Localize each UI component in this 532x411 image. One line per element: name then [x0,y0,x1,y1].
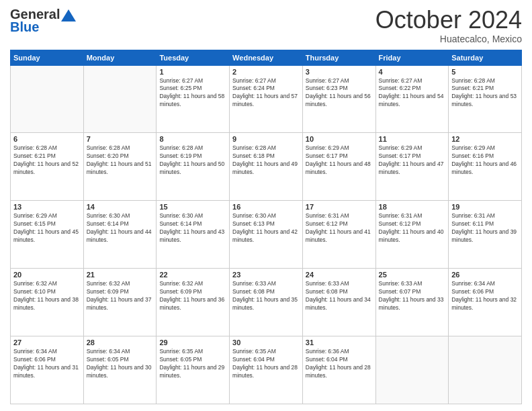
day-info: Sunrise: 6:27 AMSunset: 6:23 PMDaylight:… [306,77,373,109]
day-number: 29 [159,338,226,347]
day-number: 31 [306,338,373,347]
day-number: 16 [232,203,300,211]
day-info: Sunrise: 6:29 AMSunset: 6:17 PMDaylight:… [306,144,373,177]
day-info: Sunrise: 6:31 AMSunset: 6:12 PMDaylight:… [306,212,373,244]
day-number: 8 [159,135,226,143]
calendar-cell: 31Sunrise: 6:36 AMSunset: 6:04 PMDayligh… [302,336,375,404]
day-info: Sunrise: 6:28 AMSunset: 6:20 PMDaylight:… [87,144,154,177]
day-info: Sunrise: 6:31 AMSunset: 6:11 PMDaylight:… [451,212,519,244]
day-number: 13 [13,203,81,211]
day-info: Sunrise: 6:30 AMSunset: 6:14 PMDaylight:… [87,212,154,244]
day-number: 18 [379,203,446,211]
calendar-week-row: 27Sunrise: 6:34 AMSunset: 6:06 PMDayligh… [11,336,522,404]
day-info: Sunrise: 6:32 AMSunset: 6:09 PMDaylight:… [87,280,154,312]
day-number: 26 [451,271,519,279]
day-number: 25 [379,271,446,279]
day-info: Sunrise: 6:33 AMSunset: 6:08 PMDaylight:… [306,280,373,312]
calendar-cell: 23Sunrise: 6:33 AMSunset: 6:08 PMDayligh… [230,269,303,336]
day-info: Sunrise: 6:34 AMSunset: 6:05 PMDaylight:… [87,348,154,380]
day-number: 1 [159,68,226,76]
day-info: Sunrise: 6:29 AMSunset: 6:16 PMDaylight:… [451,144,519,177]
calendar-cell: 26Sunrise: 6:34 AMSunset: 6:06 PMDayligh… [449,269,522,336]
day-number: 21 [87,271,154,279]
day-header-sunday: Sunday [11,50,84,65]
day-header-friday: Friday [375,50,449,65]
day-info: Sunrise: 6:32 AMSunset: 6:10 PMDaylight:… [13,280,81,312]
calendar-cell: 22Sunrise: 6:32 AMSunset: 6:09 PMDayligh… [157,269,230,336]
calendar-cell: 10Sunrise: 6:29 AMSunset: 6:17 PMDayligh… [302,133,375,201]
calendar-cell: 20Sunrise: 6:32 AMSunset: 6:10 PMDayligh… [11,269,84,336]
svg-marker-0 [61,9,76,21]
calendar-cell: 24Sunrise: 6:33 AMSunset: 6:08 PMDayligh… [302,269,375,336]
day-number: 22 [159,271,226,279]
calendar-cell [449,336,522,404]
day-info: Sunrise: 6:31 AMSunset: 6:12 PMDaylight:… [379,212,446,244]
calendar-week-row: 13Sunrise: 6:29 AMSunset: 6:15 PMDayligh… [11,201,522,269]
calendar-table: SundayMondayTuesdayWednesdayThursdayFrid… [10,50,522,404]
calendar-header-row: SundayMondayTuesdayWednesdayThursdayFrid… [11,50,522,65]
calendar-cell: 12Sunrise: 6:29 AMSunset: 6:16 PMDayligh… [449,133,522,201]
day-number: 24 [306,271,373,279]
title-area: October 2024 Huatecalco, Mexico [375,7,522,44]
day-info: Sunrise: 6:34 AMSunset: 6:06 PMDaylight:… [451,280,519,312]
day-number: 7 [87,135,154,143]
calendar-cell: 21Sunrise: 6:32 AMSunset: 6:09 PMDayligh… [83,269,157,336]
calendar-cell: 27Sunrise: 6:34 AMSunset: 6:06 PMDayligh… [11,336,84,404]
day-info: Sunrise: 6:29 AMSunset: 6:17 PMDaylight:… [379,144,446,177]
day-info: Sunrise: 6:35 AMSunset: 6:05 PMDaylight:… [159,348,226,380]
day-number: 27 [13,338,81,347]
day-info: Sunrise: 6:30 AMSunset: 6:13 PMDaylight:… [232,212,300,244]
day-info: Sunrise: 6:33 AMSunset: 6:08 PMDaylight:… [232,280,300,312]
calendar-week-row: 1Sunrise: 6:27 AMSunset: 6:25 PMDaylight… [11,65,522,133]
logo-triangle-icon [61,9,76,21]
day-number: 11 [379,135,446,143]
day-number: 4 [379,68,446,76]
calendar-cell: 6Sunrise: 6:28 AMSunset: 6:21 PMDaylight… [11,133,84,201]
calendar-cell: 17Sunrise: 6:31 AMSunset: 6:12 PMDayligh… [302,201,375,269]
day-info: Sunrise: 6:33 AMSunset: 6:07 PMDaylight:… [379,280,446,312]
day-number: 10 [306,135,373,143]
calendar-cell: 8Sunrise: 6:28 AMSunset: 6:19 PMDaylight… [157,133,230,201]
page: General Blue October 2024 Huatecalco, Me… [0,0,532,411]
calendar-cell [83,65,157,133]
day-info: Sunrise: 6:27 AMSunset: 6:25 PMDaylight:… [159,77,226,109]
day-info: Sunrise: 6:32 AMSunset: 6:09 PMDaylight:… [159,280,226,312]
day-header-thursday: Thursday [302,50,375,65]
day-number: 17 [306,203,373,211]
day-header-saturday: Saturday [449,50,522,65]
day-number: 28 [87,338,154,347]
month-title: October 2024 [375,7,522,34]
day-number: 5 [451,68,519,76]
day-info: Sunrise: 6:28 AMSunset: 6:18 PMDaylight:… [232,144,300,177]
day-number: 19 [451,203,519,211]
calendar-cell: 2Sunrise: 6:27 AMSunset: 6:24 PMDaylight… [230,65,303,133]
calendar-cell: 25Sunrise: 6:33 AMSunset: 6:07 PMDayligh… [375,269,449,336]
calendar-cell: 1Sunrise: 6:27 AMSunset: 6:25 PMDaylight… [157,65,230,133]
day-number: 9 [232,135,300,143]
day-info: Sunrise: 6:35 AMSunset: 6:04 PMDaylight:… [232,348,300,380]
day-header-tuesday: Tuesday [157,50,230,65]
location-subtitle: Huatecalco, Mexico [375,34,522,44]
day-number: 3 [306,68,373,76]
logo: General Blue [10,7,76,35]
day-number: 23 [232,271,300,279]
calendar-cell: 29Sunrise: 6:35 AMSunset: 6:05 PMDayligh… [157,336,230,404]
day-info: Sunrise: 6:34 AMSunset: 6:06 PMDaylight:… [13,348,81,380]
day-info: Sunrise: 6:28 AMSunset: 6:21 PMDaylight:… [451,77,519,109]
calendar-cell: 5Sunrise: 6:28 AMSunset: 6:21 PMDaylight… [449,65,522,133]
calendar-cell: 16Sunrise: 6:30 AMSunset: 6:13 PMDayligh… [230,201,303,269]
calendar-cell: 13Sunrise: 6:29 AMSunset: 6:15 PMDayligh… [11,201,84,269]
calendar-week-row: 6Sunrise: 6:28 AMSunset: 6:21 PMDaylight… [11,133,522,201]
day-number: 2 [232,68,300,76]
logo-text-blue: Blue [10,19,39,35]
day-info: Sunrise: 6:28 AMSunset: 6:19 PMDaylight:… [159,144,226,177]
calendar-cell [11,65,84,133]
calendar-week-row: 20Sunrise: 6:32 AMSunset: 6:10 PMDayligh… [11,269,522,336]
day-number: 20 [13,271,81,279]
day-header-wednesday: Wednesday [230,50,303,65]
calendar-cell: 15Sunrise: 6:30 AMSunset: 6:14 PMDayligh… [157,201,230,269]
day-number: 30 [232,338,300,347]
calendar-cell: 14Sunrise: 6:30 AMSunset: 6:14 PMDayligh… [83,201,157,269]
calendar-cell: 9Sunrise: 6:28 AMSunset: 6:18 PMDaylight… [230,133,303,201]
day-info: Sunrise: 6:30 AMSunset: 6:14 PMDaylight:… [159,212,226,244]
